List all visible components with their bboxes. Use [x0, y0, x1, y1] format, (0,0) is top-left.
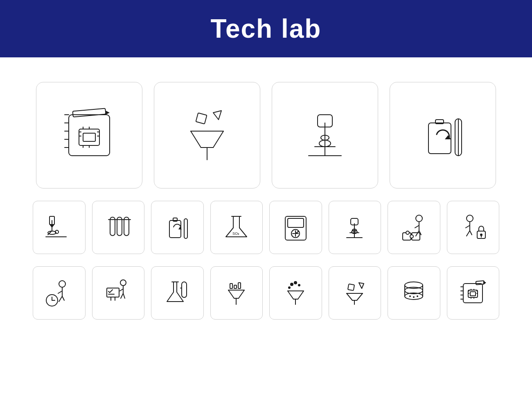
- filter-dots-card[interactable]: [269, 266, 322, 320]
- middle-icon-row: SO₂: [33, 201, 499, 254]
- svg-point-78: [467, 215, 473, 222]
- svg-rect-112: [234, 285, 237, 288]
- svg-line-20: [213, 131, 223, 148]
- svg-line-107: [228, 290, 234, 298]
- test-tubes-card[interactable]: [92, 201, 145, 254]
- svg-text:SO₂: SO₂: [232, 232, 239, 236]
- svg-line-90: [62, 296, 64, 300]
- microscope-small-card[interactable]: [329, 201, 381, 254]
- svg-line-96: [120, 289, 123, 291]
- svg-rect-153: [476, 281, 485, 285]
- svg-point-77: [410, 235, 413, 238]
- filter-funnel-card[interactable]: [154, 82, 260, 188]
- svg-line-80: [466, 225, 470, 228]
- svg-rect-54: [288, 218, 304, 227]
- svg-line-115: [288, 291, 293, 299]
- svg-line-89: [59, 296, 62, 302]
- svg-rect-6: [79, 129, 99, 145]
- top-icon-row: [33, 82, 499, 188]
- svg-point-86: [59, 281, 65, 287]
- person-puzzle-card[interactable]: [388, 201, 440, 254]
- svg-rect-0: [69, 115, 110, 156]
- svg-marker-154: [483, 281, 486, 285]
- svg-point-76: [406, 231, 409, 234]
- svg-rect-111: [230, 284, 232, 288]
- svg-marker-17: [106, 111, 110, 115]
- svg-marker-42: [50, 225, 54, 228]
- svg-rect-113: [238, 283, 241, 288]
- svg-line-82: [470, 231, 472, 235]
- svg-point-137: [417, 295, 418, 297]
- svg-point-121: [298, 284, 300, 286]
- svg-rect-16: [73, 109, 106, 117]
- page-title: Tech lab: [211, 14, 322, 44]
- svg-marker-24: [213, 111, 221, 120]
- battery-tubes-card[interactable]: [390, 82, 496, 188]
- svg-line-71: [415, 225, 419, 228]
- svg-point-38: [48, 231, 56, 234]
- svg-rect-144: [470, 292, 476, 296]
- svg-line-98: [123, 293, 125, 298]
- svg-rect-104: [182, 282, 187, 297]
- svg-rect-128: [348, 284, 354, 290]
- svg-rect-50: [184, 219, 187, 238]
- svg-point-136: [413, 296, 415, 298]
- person-lock-card[interactable]: [447, 201, 500, 254]
- tech-notebook-card[interactable]: [36, 82, 142, 188]
- multimeter-card[interactable]: [269, 201, 322, 254]
- filter-bars-card[interactable]: [210, 266, 263, 320]
- svg-marker-35: [445, 135, 451, 139]
- svg-rect-23: [196, 113, 207, 124]
- svg-point-94: [120, 280, 126, 286]
- svg-rect-138: [463, 284, 482, 303]
- database-card[interactable]: [388, 266, 440, 320]
- notebook-chip-small-card[interactable]: [447, 266, 500, 320]
- svg-line-108: [239, 290, 244, 298]
- svg-point-119: [290, 283, 293, 286]
- flask-tube-card[interactable]: [151, 266, 204, 320]
- svg-line-88: [58, 291, 62, 293]
- funnel-shapes-card[interactable]: [329, 266, 381, 320]
- svg-line-19: [191, 131, 201, 148]
- content: SO₂: [0, 57, 532, 336]
- header: Tech lab: [0, 0, 532, 57]
- svg-line-97: [121, 293, 123, 298]
- battery-tube-small-card[interactable]: [151, 201, 204, 254]
- svg-point-120: [294, 281, 297, 284]
- svg-rect-99: [107, 288, 119, 297]
- svg-marker-129: [359, 283, 364, 288]
- svg-rect-7: [83, 133, 95, 141]
- person-presentation-card[interactable]: [92, 266, 145, 320]
- svg-line-72: [416, 231, 419, 236]
- person-clock-card[interactable]: [33, 266, 86, 320]
- svg-point-69: [416, 215, 422, 222]
- svg-line-125: [357, 293, 363, 300]
- svg-rect-143: [468, 290, 478, 297]
- microscope-card[interactable]: [272, 82, 378, 188]
- svg-line-81: [467, 231, 470, 236]
- svg-line-124: [347, 293, 352, 300]
- svg-point-122: [288, 286, 291, 289]
- bottom-icon-row: [33, 266, 499, 320]
- drip-surface-card[interactable]: [33, 201, 86, 254]
- flask-so2-card[interactable]: SO₂: [210, 201, 263, 254]
- svg-point-135: [409, 295, 411, 297]
- svg-line-116: [298, 291, 304, 299]
